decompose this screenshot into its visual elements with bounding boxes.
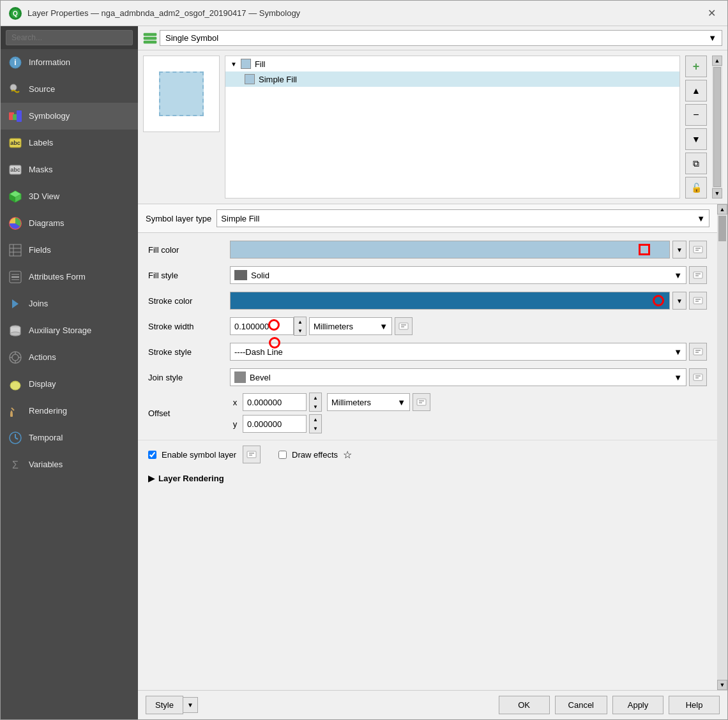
sidebar-item-masks[interactable]: abc Masks (1, 156, 138, 183)
offset-unit-arrow: ▼ (397, 398, 406, 407)
apply-button[interactable]: Apply (612, 696, 664, 714)
tree-item-fill[interactable]: ▼ Fill (225, 56, 679, 71)
symbol-layer-type-select[interactable]: Simple Fill ▼ (216, 209, 709, 227)
props-scroll-up-btn[interactable]: ▲ (717, 204, 727, 214)
style-dropdown-btn[interactable]: ▼ (183, 697, 198, 713)
sidebar-label-auxiliary-storage: Auxiliary Storage (29, 326, 91, 336)
lock-button[interactable]: 🔓 (685, 177, 707, 199)
sidebar-item-temporal[interactable]: Temporal (1, 424, 138, 451)
titlebar: Q Layer Properties — nga_admbnda_adm2_os… (1, 1, 727, 26)
copy-layer-button[interactable]: ⧉ (685, 153, 707, 174)
sidebar-item-actions[interactable]: Actions (1, 344, 138, 371)
sidebar-item-auxiliary-storage[interactable]: Auxiliary Storage (1, 317, 138, 344)
stroke-width-spinner[interactable]: ▲ ▼ (294, 317, 307, 336)
search-box (1, 26, 138, 49)
close-button[interactable]: ✕ (704, 6, 720, 20)
symbol-type-select[interactable]: Single Symbol ▼ (160, 30, 722, 46)
sidebar-label-3dview: 3D View (29, 191, 59, 202)
search-input[interactable] (6, 30, 133, 45)
sidebar-item-fields[interactable]: Fields (1, 237, 138, 264)
sidebar-item-diagrams[interactable]: Diagrams (1, 210, 138, 237)
titlebar-left: Q Layer Properties — nga_admbnda_adm2_os… (8, 6, 300, 20)
enable-symbol-layer-expr-btn[interactable] (243, 446, 261, 463)
enable-symbol-layer-checkbox[interactable] (148, 451, 156, 459)
enable-symbol-layer-label: Enable symbol layer (162, 450, 236, 460)
stroke-width-down-btn[interactable]: ▼ (294, 326, 306, 335)
stroke-width-expr-btn[interactable] (395, 317, 413, 335)
offset-y-up-btn[interactable]: ▲ (310, 415, 321, 424)
cancel-button[interactable]: Cancel (555, 696, 607, 714)
symbol-layer-type-arrow: ▼ (697, 214, 705, 223)
stroke-width-unit-value: Millimeters (314, 322, 353, 331)
sidebar-label-source: Source (29, 84, 55, 95)
help-button[interactable]: Help (669, 696, 720, 714)
offset-y-input[interactable] (243, 415, 307, 433)
offset-y-down-btn[interactable]: ▼ (310, 424, 321, 433)
properties-with-scroll: Symbol layer type Simple Fill ▼ Fill col… (138, 204, 727, 690)
props-grid: Fill color ▼ (138, 233, 717, 440)
properties-scrollbar[interactable]: ▲ ▼ (717, 204, 727, 690)
join-style-expr-btn[interactable] (689, 368, 707, 386)
svg-rect-56 (694, 349, 702, 355)
join-style-select[interactable]: Bevel ▼ (230, 368, 686, 386)
stroke-width-unit-select[interactable]: Millimeters ▼ (309, 317, 392, 335)
scroll-up-btn[interactable]: ▲ (712, 56, 722, 66)
style-button[interactable]: Style (146, 696, 183, 714)
fill-style-select[interactable]: Solid ▼ (230, 266, 686, 284)
offset-x-up-btn[interactable]: ▲ (310, 393, 321, 402)
sidebar-item-display[interactable]: Display (1, 371, 138, 398)
tree-item-simple-fill[interactable]: Simple Fill (225, 71, 679, 87)
app-icon: Q (8, 6, 22, 20)
sidebar-item-labels[interactable]: abc Labels (1, 130, 138, 156)
content-area: Single Symbol ▼ ▼ Fill Si (138, 26, 727, 719)
offset-x-down-btn[interactable]: ▼ (310, 402, 321, 411)
draw-effects-star-btn[interactable]: ☆ (343, 449, 352, 461)
sidebar-item-variables[interactable]: Σ Variables (1, 451, 138, 478)
stroke-width-input[interactable] (230, 317, 294, 335)
sidebar-label-temporal: Temporal (29, 433, 63, 444)
sidebar-item-symbology[interactable]: Symbology (1, 103, 138, 130)
scroll-thumb[interactable] (713, 67, 721, 187)
sidebar-item-information[interactable]: i Information (1, 49, 138, 76)
layer-rendering-section[interactable]: ▶ Layer Rendering (138, 469, 717, 488)
props-scroll-thumb[interactable] (718, 216, 726, 241)
props-scroll-down-btn[interactable]: ▼ (717, 680, 727, 690)
add-layer-button[interactable]: + (685, 56, 707, 77)
stroke-color-expr-icon (693, 296, 703, 306)
svg-rect-47 (694, 272, 702, 278)
move-down-button[interactable]: ▼ (685, 128, 707, 150)
draw-effects-checkbox[interactable] (278, 451, 287, 459)
ok-button[interactable]: OK (499, 696, 550, 714)
action-buttons: OK Cancel Apply Help (499, 696, 720, 714)
stroke-color-expr-btn[interactable] (689, 292, 707, 310)
offset-y-spinner[interactable]: ▲ ▼ (309, 414, 322, 433)
fill-style-expr-btn[interactable] (689, 266, 707, 284)
move-up-button[interactable]: ▲ (685, 80, 707, 101)
fill-color-expr-btn[interactable] (689, 241, 707, 259)
stroke-color-dropdown-btn[interactable]: ▼ (672, 292, 686, 310)
offset-unit-select[interactable]: Millimeters ▼ (327, 393, 410, 411)
rendering-icon (8, 404, 22, 418)
tree-scrollbar[interactable]: ▲ ▼ (712, 56, 722, 199)
sidebar-item-attributes-form[interactable]: Attributes Form (1, 264, 138, 290)
sidebar-item-joins[interactable]: Joins (1, 290, 138, 317)
stroke-width-up-btn[interactable]: ▲ (294, 317, 306, 326)
scroll-down-btn[interactable]: ▼ (712, 188, 722, 199)
sidebar-label-attributes-form: Attributes Form (29, 272, 86, 283)
sidebar-item-rendering[interactable]: Rendering (1, 398, 138, 424)
fill-color-dropdown-btn[interactable]: ▼ (672, 241, 686, 259)
offset-x-input[interactable] (243, 393, 307, 411)
stroke-style-expr-btn[interactable] (689, 343, 707, 361)
stroke-color-bar[interactable] (230, 292, 670, 310)
tree-fill-label: Fill (255, 59, 266, 69)
fill-color-bar[interactable] (230, 241, 670, 259)
sidebar: i Information Source (1, 26, 138, 719)
remove-layer-button[interactable]: − (685, 104, 707, 126)
offset-x-spinner[interactable]: ▲ ▼ (309, 393, 322, 412)
sidebar-item-source[interactable]: Source (1, 76, 138, 103)
sidebar-item-3dview[interactable]: 3D View (1, 183, 138, 210)
tree-simple-fill-label: Simple Fill (259, 75, 297, 84)
stroke-style-select[interactable]: ----Dash Line ▼ (230, 343, 686, 361)
symbol-layer-type-label: Symbol layer type (146, 214, 211, 223)
offset-expr-btn[interactable] (413, 393, 430, 411)
